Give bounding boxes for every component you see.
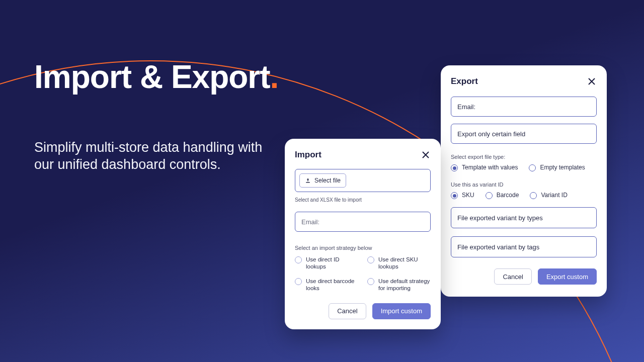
button-label: Export custom [546,273,588,281]
import-email-input[interactable]: Email: [295,212,431,232]
page-title-text: Import & Export [34,59,270,95]
close-icon [588,77,596,85]
radio-dot-icon [295,278,302,285]
import-dialog: Import Select file Select and XLSX file … [285,139,441,329]
radio-sku[interactable]: SKU [451,192,474,199]
select-file-label: Select file [314,177,341,184]
export-variant-id-group: SKU Barcode Variant ID [451,192,597,199]
exported-variant-by-types[interactable]: File exported variant by types [451,207,597,228]
export-footer: Cancel Export custom [451,268,597,285]
radio-label: Barcode [497,192,519,199]
button-label: Import custom [381,307,422,315]
button-label: Cancel [337,307,357,315]
title-period: . [270,59,279,95]
import-custom-button[interactable]: Import custom [372,303,431,319]
page-subtitle: Simplify multi-store data handling with … [34,139,271,173]
file-drop-area[interactable]: Select file [295,169,431,192]
button-label: Cancel [503,273,523,281]
export-file-type-group: Template with values Empty templates [451,164,597,171]
radio-label: Template with values [462,164,518,171]
import-email-placeholder: Email: [301,218,319,226]
upload-icon [305,177,311,184]
radio-dot-icon [486,192,493,199]
radio-dot-icon [451,192,458,199]
exported-by-types-label: File exported variant by types [457,214,543,222]
radio-label: Use direct ID lookups [306,256,358,270]
export-variant-id-label: Use this as variant ID [451,182,597,188]
exported-variant-by-tags[interactable]: File exported variant by tags [451,236,597,257]
import-close-button[interactable] [421,150,431,160]
radio-use-direct-id[interactable]: Use direct ID lookups [295,256,358,270]
radio-use-direct-barcode[interactable]: Use direct barcode looks [295,278,358,292]
radio-label: Variant ID [541,192,567,199]
radio-label: Use default strategy for importing [378,278,431,292]
radio-label: Use direct barcode looks [306,278,358,292]
export-dialog: Export Email: Export only certain field … [441,65,607,297]
export-email-placeholder: Email: [457,103,475,111]
radio-label: Empty templates [540,164,585,171]
radio-dot-icon [367,256,374,263]
radio-empty-templates[interactable]: Empty templates [529,164,585,171]
radio-label: Use direct SKU lookups [378,256,431,270]
import-header: Import [295,150,431,160]
file-hint: Select and XLSX file to import [295,197,431,203]
export-email-input[interactable]: Email: [451,97,597,117]
radio-dot-icon [451,164,458,171]
import-strategy-label: Select an import strategy below [295,245,431,251]
radio-dot-icon [295,256,302,263]
radio-label: SKU [462,192,474,199]
page-title: Import & Export. [34,60,278,94]
radio-use-default-strategy[interactable]: Use default strategy for importing [367,278,431,292]
radio-dot-icon [529,164,536,171]
export-title: Export [451,76,478,86]
exported-by-tags-label: File exported variant by tags [457,243,539,251]
export-close-button[interactable] [587,76,597,86]
radio-dot-icon [530,192,537,199]
import-cancel-button[interactable]: Cancel [329,303,366,319]
export-cancel-button[interactable]: Cancel [494,268,531,285]
radio-barcode[interactable]: Barcode [486,192,519,199]
export-file-type-label: Select export file type: [451,154,597,160]
import-footer: Cancel Import custom [295,303,431,319]
radio-dot-icon [367,278,374,285]
export-header: Export [451,76,597,86]
export-custom-button[interactable]: Export custom [538,268,597,285]
export-only-certain-field-label: Export only certain field [457,130,525,138]
import-strategy-group: Use direct ID lookups Use direct SKU loo… [295,256,431,292]
radio-variant-id[interactable]: Variant ID [530,192,567,199]
radio-template-with-values[interactable]: Template with values [451,164,518,171]
export-only-certain-field-input[interactable]: Export only certain field [451,124,597,144]
hero-block: Import & Export. Simplify multi-store da… [34,60,278,173]
import-title: Import [295,150,321,160]
close-icon [422,151,430,159]
select-file-button[interactable]: Select file [299,173,346,188]
radio-use-direct-sku[interactable]: Use direct SKU lookups [367,256,431,270]
